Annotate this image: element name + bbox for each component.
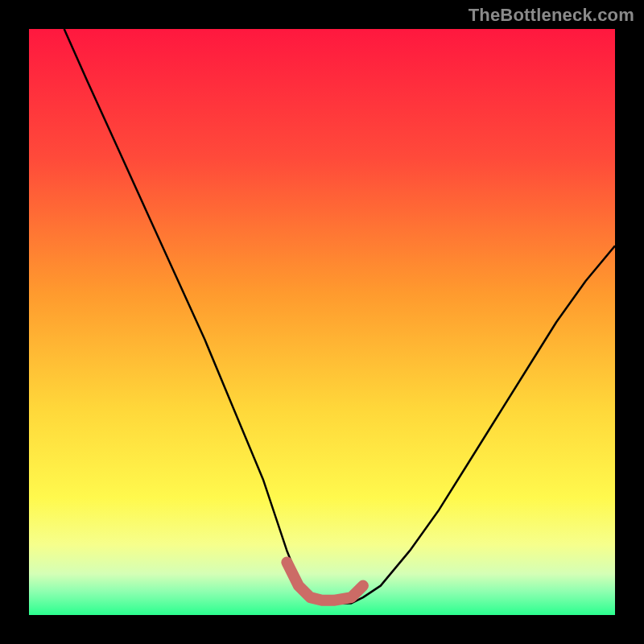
plot-background <box>29 29 615 615</box>
chart-container: TheBottleneck.com <box>0 0 644 644</box>
watermark-text: TheBottleneck.com <box>469 5 634 26</box>
bottleneck-chart <box>0 0 644 644</box>
